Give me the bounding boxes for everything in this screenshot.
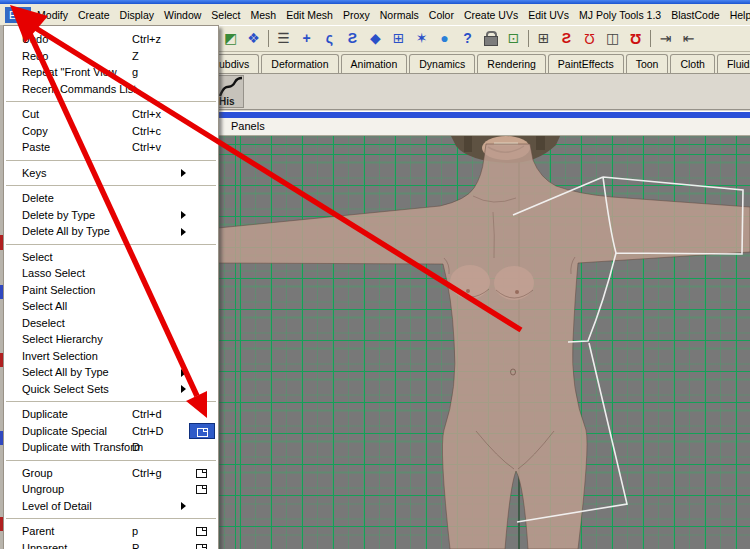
menu-blastcode[interactable]: BlastCode [667, 7, 723, 23]
menu-color[interactable]: Color [425, 7, 458, 23]
front-viewport[interactable] [218, 136, 750, 549]
menu-item-paste[interactable]: Paste Ctrl+v [4, 139, 218, 156]
menu-item-redo[interactable]: Redo Z [4, 48, 218, 65]
lattice-icon[interactable]: ⊞ [388, 28, 409, 49]
tab-rendering[interactable]: Rendering [477, 54, 545, 73]
sparkle-icon[interactable]: ✶ [411, 28, 432, 49]
menu-help[interactable]: Help [726, 7, 750, 23]
menu-item-delete-by-type[interactable]: Delete by Type [4, 207, 218, 224]
menu-window[interactable]: Window [160, 7, 205, 23]
menu-item-invert-selection[interactable]: Invert Selection [4, 348, 218, 365]
tab-animation[interactable]: Animation [341, 54, 408, 73]
menu-item-select-hierarchy[interactable]: Select Hierarchy [4, 331, 218, 348]
menu-display[interactable]: Display [116, 7, 158, 23]
pencil-curve-icon[interactable]: Ƨ [342, 28, 363, 49]
select-region-icon[interactable]: ⊡ [503, 28, 524, 49]
curve-icon [218, 76, 244, 98]
option-box-icon[interactable] [189, 523, 215, 540]
lock-icon[interactable] [480, 28, 501, 49]
curve-tool-icon[interactable]: ς [319, 28, 340, 49]
menu-item-parent[interactable]: Parent p [4, 523, 218, 540]
menu-mesh[interactable]: Mesh [247, 7, 281, 23]
menu-proxy[interactable]: Proxy [339, 7, 374, 23]
tab-dynamics[interactable]: Dynamics [409, 54, 475, 73]
menu-item-undo[interactable]: Undo Ctrl+z [4, 31, 218, 48]
menu-modify[interactable]: Modify [33, 7, 72, 23]
viewport-scene [218, 136, 750, 549]
menu-item-select-all[interactable]: Select All [4, 298, 218, 315]
help-icon[interactable]: ? [457, 28, 478, 49]
menu-item-ungroup[interactable]: Ungroup [4, 481, 218, 498]
output-connections-icon[interactable]: ⇤ [678, 28, 699, 49]
menu-item-copy[interactable]: Copy Ctrl+c [4, 123, 218, 140]
option-box-icon[interactable] [189, 423, 215, 440]
menu-item-repeat[interactable]: Repeat "Front View g [4, 64, 218, 81]
menu-item-duplicate-special[interactable]: Duplicate Special Ctrl+D [4, 423, 218, 440]
tab-cloth[interactable]: Cloth [670, 54, 715, 73]
make-live-icon[interactable]: Ω [625, 28, 646, 49]
menu-separator[interactable] [4, 514, 218, 523]
menu-item-group[interactable]: Group Ctrl+g [4, 465, 218, 482]
shelf-item-his[interactable]: His [216, 75, 244, 108]
menu-edit-uvs[interactable]: Edit UVs [524, 7, 573, 23]
tab-toon[interactable]: Toon [626, 54, 669, 73]
plus-icon[interactable]: + [296, 28, 317, 49]
snap-point-icon[interactable]: Ω [579, 28, 600, 49]
menu-edit[interactable]: Edit [5, 7, 31, 23]
sphere-icon[interactable]: ● [434, 28, 455, 49]
menu-item-duplicate-with-transform[interactable]: Duplicate with Transform D [4, 439, 218, 456]
menu-item-delete[interactable]: Delete [4, 190, 218, 207]
option-box-icon[interactable] [189, 465, 215, 482]
menu-item-cut[interactable]: Cut Ctrl+x [4, 106, 218, 123]
submenu-arrow-icon [181, 228, 186, 236]
submenu-arrow-icon [181, 369, 186, 377]
menu-item-select-all-by-type[interactable]: Select All by Type [4, 364, 218, 381]
menu-mj-poly-tools[interactable]: MJ Poly Tools 1.3 [575, 7, 665, 23]
submenu-arrow-icon [181, 385, 186, 393]
input-connections-icon[interactable]: ⇥ [655, 28, 676, 49]
menu-item-level-of-detail[interactable]: Level of Detail [4, 498, 218, 515]
menu-create[interactable]: Create [74, 7, 114, 23]
menu-item-unparent[interactable]: Unparent P [4, 540, 218, 549]
menu-normals[interactable]: Normals [376, 7, 423, 23]
snap-curve-icon[interactable]: Ƨ [556, 28, 577, 49]
menu-item-recent-commands[interactable]: Recent Commands List [4, 81, 218, 98]
poly-sphere-icon[interactable]: ◆ [365, 28, 386, 49]
submenu-arrow-icon [181, 169, 186, 177]
select-object-icon[interactable]: ❖ [243, 28, 264, 49]
menu-item-lasso-select[interactable]: Lasso Select [4, 265, 218, 282]
tab-painteffects[interactable]: PaintEffects [548, 54, 624, 73]
menu-item-select[interactable]: Select [4, 249, 218, 266]
panels-menu[interactable]: Panels [231, 120, 265, 132]
menu-separator[interactable] [4, 156, 218, 165]
option-box-icon[interactable] [189, 481, 215, 498]
tab-fluids[interactable]: Fluids [717, 54, 750, 73]
toolbar-divider[interactable] [525, 28, 532, 49]
menu-separator[interactable] [4, 397, 218, 406]
edit-dropdown-menu: Undo Ctrl+z Redo Z Repeat "Front View g [3, 25, 219, 549]
toolbar-divider[interactable] [647, 28, 654, 49]
menu-select[interactable]: Select [207, 7, 244, 23]
snap-plane-icon[interactable]: ◫ [602, 28, 623, 49]
menu-edit-mesh[interactable]: Edit Mesh [282, 7, 337, 23]
menu-item-quick-select-sets[interactable]: Quick Select Sets [4, 381, 218, 398]
menu-item-duplicate[interactable]: Duplicate Ctrl+d [4, 406, 218, 423]
option-box-icon[interactable] [189, 540, 215, 549]
select-hierarchy-icon[interactable]: ◩ [220, 28, 241, 49]
menu-separator[interactable] [4, 240, 218, 249]
menu-create-uvs[interactable]: Create UVs [460, 7, 522, 23]
menu-item-deselect[interactable]: Deselect [4, 315, 218, 332]
submenu-arrow-icon [181, 211, 186, 219]
maya-window: EditModifyCreateDisplayWindowSelectMeshE… [0, 0, 750, 549]
menu-separator[interactable] [4, 97, 218, 106]
snap-grid-icon[interactable]: ⊞ [533, 28, 554, 49]
menu-item-delete-all-by-type[interactable]: Delete All by Type [4, 223, 218, 240]
tool-options-icon[interactable]: ☰ [273, 28, 294, 49]
menu-item-keys[interactable]: Keys [4, 165, 218, 182]
menu-separator[interactable] [4, 456, 218, 465]
main-menubar: EditModifyCreateDisplayWindowSelectMeshE… [0, 4, 750, 25]
tab-deformation[interactable]: Deformation [261, 54, 338, 73]
menu-item-paint-selection[interactable]: Paint Selection [4, 282, 218, 299]
menu-separator[interactable] [4, 181, 218, 190]
toolbar-divider[interactable] [265, 28, 272, 49]
